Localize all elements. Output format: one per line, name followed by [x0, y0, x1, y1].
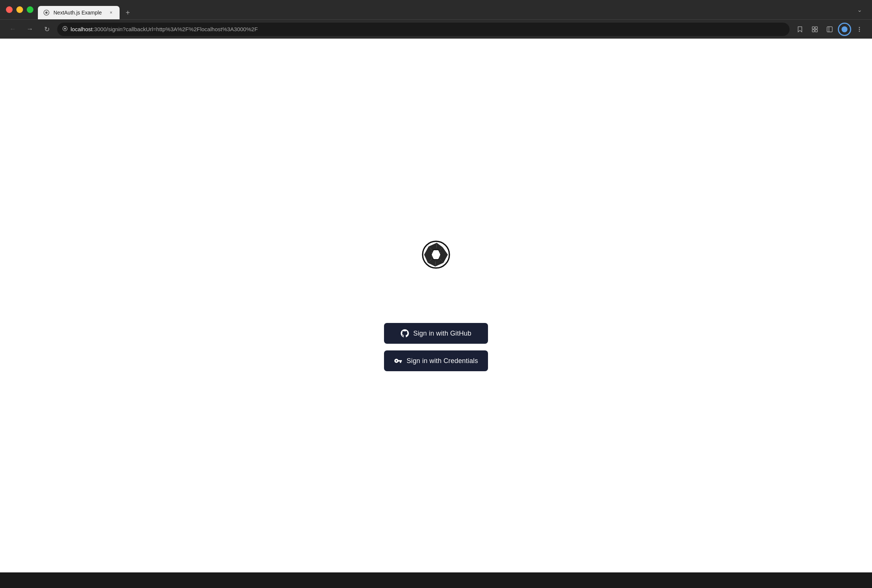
app-logo-icon — [421, 240, 451, 270]
svg-rect-6 — [812, 30, 815, 32]
signin-github-button[interactable]: Sign in with GitHub — [384, 323, 488, 344]
dropdown-button[interactable]: ⌄ — [853, 3, 866, 16]
lock-icon — [62, 26, 68, 32]
tab-title: NextAuth.js Example — [54, 10, 104, 16]
forward-button[interactable]: → — [23, 22, 36, 36]
svg-rect-4 — [812, 27, 815, 29]
close-traffic-light[interactable] — [6, 6, 13, 13]
address-input[interactable]: localhost:3000/signin?callbackUrl=http%3… — [57, 22, 789, 36]
traffic-lights — [6, 6, 33, 13]
svg-point-12 — [859, 30, 860, 32]
logo-wrapper — [421, 240, 451, 271]
title-bar: NextAuth.js Example × + ⌄ — [0, 0, 872, 19]
browser-chrome: NextAuth.js Example × + ⌄ ← → ↻ — [0, 0, 872, 39]
signin-credentials-label: Sign in with Credentials — [407, 357, 478, 365]
toolbar-actions — [793, 22, 866, 36]
key-icon — [394, 357, 402, 365]
extensions-button[interactable] — [808, 22, 821, 36]
record-button[interactable] — [838, 22, 851, 36]
page-content: Sign in with GitHub Sign in with Credent… — [0, 39, 872, 572]
back-button[interactable]: ← — [6, 22, 19, 36]
menu-button[interactable] — [853, 22, 866, 36]
svg-point-11 — [859, 28, 860, 30]
svg-rect-5 — [815, 27, 817, 29]
svg-rect-8 — [827, 27, 832, 32]
svg-point-1 — [45, 12, 48, 14]
refresh-button[interactable]: ↻ — [40, 22, 54, 36]
signin-github-label: Sign in with GitHub — [413, 330, 472, 338]
tab-favicon — [43, 9, 50, 16]
github-icon — [401, 329, 409, 338]
active-tab[interactable]: NextAuth.js Example × — [38, 6, 120, 19]
tab-close-button[interactable]: × — [108, 9, 114, 16]
minimize-traffic-light[interactable] — [17, 6, 23, 13]
record-inner — [842, 26, 848, 32]
new-tab-button[interactable]: + — [121, 6, 134, 19]
tabs-bar: NextAuth.js Example × + — [38, 0, 848, 19]
maximize-traffic-light[interactable] — [27, 6, 33, 13]
bookmark-button[interactable] — [793, 22, 807, 36]
address-bar: ← → ↻ localhost:3000/signin?callbackUrl=… — [0, 19, 872, 39]
address-text: localhost:3000/signin?callbackUrl=http%3… — [71, 26, 784, 32]
sidebar-button[interactable] — [823, 22, 836, 36]
svg-rect-7 — [815, 30, 817, 32]
svg-point-10 — [859, 27, 860, 28]
signin-buttons: Sign in with GitHub Sign in with Credent… — [384, 323, 488, 371]
signin-credentials-button[interactable]: Sign in with Credentials — [384, 350, 488, 371]
signin-container: Sign in with GitHub Sign in with Credent… — [384, 240, 488, 371]
svg-point-3 — [64, 28, 66, 30]
